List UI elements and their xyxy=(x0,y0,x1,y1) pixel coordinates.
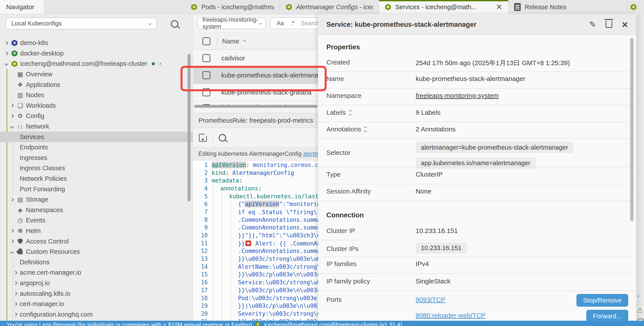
sidebar-item[interactable]: Endpoints xyxy=(0,142,193,153)
item-icon: ◈ xyxy=(15,206,25,214)
active-cluster-label: icecheng@mathmast.com@freeleaps-cluster … xyxy=(264,322,402,326)
kubeconfig-selector[interactable]: Local Kubeconfigs xyxy=(6,18,156,30)
warning-icon[interactable]: ⚠ xyxy=(636,306,643,314)
expand-collapse-icon[interactable] xyxy=(349,110,351,115)
sidebar-item[interactable]: Definitions xyxy=(0,257,193,268)
property-row-annotations: Annotations 2 Annotations xyxy=(326,126,628,133)
sidebar-item[interactable]: autoscaling.k8s.io xyxy=(0,288,193,299)
sidebar-item[interactable]: Services xyxy=(0,132,193,142)
namespace-selector[interactable]: freeleaps-monitoring-system xyxy=(198,17,266,29)
sidebar-item[interactable]: ◈ Namespaces xyxy=(0,205,193,216)
sidebar-item[interactable]: Network Policies xyxy=(0,174,193,184)
sidebar-item[interactable]: ▦ Overview xyxy=(0,69,193,80)
sidebar-item[interactable]: argoproj.io xyxy=(0,278,193,288)
tree-chevron-icon xyxy=(14,302,18,306)
port-link-9093[interactable]: 9093/TCP xyxy=(416,296,445,304)
divider xyxy=(318,167,636,167)
divider xyxy=(318,122,636,122)
horizontal-scrollbar[interactable] xyxy=(194,105,318,108)
tab-pods[interactable]: ☸ Pods - icecheng@mathmas... xyxy=(185,0,280,14)
property-row-labels: Labels 9 Labels xyxy=(326,109,628,116)
kubernetes-icon: ☸ xyxy=(255,322,260,326)
tree-chevron-icon xyxy=(10,104,14,108)
sidebar-item[interactable]: Port Forwarding xyxy=(0,184,193,194)
sidebar-item-demo-k8s[interactable]: ☸ demo-k8s xyxy=(0,38,193,48)
sidebar-item[interactable]: ↑↓ Network xyxy=(0,121,193,132)
chevron-left-icon[interactable] xyxy=(638,295,640,298)
item-icon: ↑↓ xyxy=(15,123,25,130)
delete-icon[interactable] xyxy=(606,21,612,28)
sidebar-item-docker-desktop[interactable]: ☸ docker-desktop xyxy=(0,48,193,59)
sidebar-item-label: argoproj.io xyxy=(20,280,50,287)
sidebar-item[interactable]: Ingresses xyxy=(0,153,193,163)
divider xyxy=(318,88,636,89)
navigator-sidebar: Local Kubeconfigs ☸ demo-k8s ☸ docker-de… xyxy=(0,14,193,326)
property-row-type: Type ClusterIP xyxy=(326,171,628,178)
regex-icon[interactable]: .* xyxy=(290,20,294,27)
item-icon: ▤ xyxy=(15,196,25,203)
kubernetes-icon: ☸ xyxy=(191,4,198,10)
sidebar-item[interactable]: ▥ Nodes xyxy=(0,90,193,100)
namespace-link[interactable]: freeleaps-monitoring-system xyxy=(416,92,498,100)
sidebar-item-label: docker-desktop xyxy=(20,50,64,57)
service-name: cadvisor xyxy=(221,55,245,62)
tab-label: Pods - icecheng@mathmas... xyxy=(201,4,274,11)
match-case-icon[interactable]: Aa xyxy=(276,20,284,27)
row-checkbox[interactable] xyxy=(202,54,210,62)
editing-text: Editing kubernetes AlertmanagerConfig xyxy=(198,150,303,157)
save-icon[interactable] xyxy=(199,134,207,142)
connected-status-dot xyxy=(152,62,155,66)
divider xyxy=(318,273,636,274)
divider xyxy=(212,132,213,144)
tree-chevron-icon xyxy=(14,281,18,285)
divider xyxy=(318,184,636,184)
property-row-ip-families: IP families IPv4 xyxy=(326,260,628,268)
stop-remove-button[interactable]: Stop/Remove xyxy=(576,294,628,307)
sort-ascending-icon[interactable] xyxy=(243,40,246,43)
status-bar: You're using Lens Personal (for individu… xyxy=(0,321,644,326)
sidebar-item[interactable]: ▤ Storage xyxy=(0,194,193,205)
tab-partial[interactable]: ☸ xyxy=(627,0,644,14)
sidebar-item[interactable]: ☸ Helm xyxy=(0,226,193,236)
sidebar-item[interactable]: Ingress Classes xyxy=(0,163,193,174)
column-header-name[interactable]: Name xyxy=(222,38,239,45)
tab-alertmanager-configs[interactable]: ☸ Alertmanager Configs - icec... xyxy=(280,0,379,14)
edit-icon[interactable]: ✎ xyxy=(590,20,596,29)
sidebar-item[interactable]: ⚙ Config xyxy=(0,111,193,121)
select-all-checkbox[interactable] xyxy=(202,37,210,45)
sidebar-item[interactable]: cert-manager.io xyxy=(0,299,193,309)
sidebar-item[interactable]: configuration.konghq.com xyxy=(0,309,193,320)
divider xyxy=(216,37,217,46)
kubernetes-icon: ☸ xyxy=(11,40,18,46)
drawer-header: Service: kube-prometheus-stack-alertmana… xyxy=(318,14,636,35)
sidebar-item[interactable]: acme.cert-manager.io xyxy=(0,268,193,278)
property-row-session-affinity: Session Affinity None xyxy=(326,188,628,195)
chevron-right-icon xyxy=(4,41,8,45)
cluster-tree: ☸ demo-k8s ☸ docker-desktop ☸ icecheng@m… xyxy=(0,38,193,326)
close-tab-icon[interactable]: ✕ xyxy=(496,3,502,11)
sidebar-item-label: Overview xyxy=(26,71,52,78)
tab-services-active[interactable]: ☸ Services - icecheng@math... ✕ xyxy=(379,0,508,14)
sidebar-item[interactable]: ❖ Applications xyxy=(0,80,193,90)
sidebar-item-label: cert-manager.io xyxy=(20,300,64,308)
sidebar-item-label: Nodes xyxy=(26,92,44,99)
tab-release-notes[interactable]: Release Notes xyxy=(508,0,587,14)
chevron-right-icon xyxy=(158,62,161,66)
resource-editor-title: PrometheusRule: freepeals-prod-metrics xyxy=(198,117,313,124)
sidebar-item-freeleaps-cluster[interactable]: ☸ icecheng@mathmast.com@freeleaps-cluste… xyxy=(0,58,193,69)
sidebar-item[interactable]: Access Control xyxy=(0,236,193,246)
sidebar-item[interactable]: ◷ Events xyxy=(0,215,193,226)
property-row-cluster-ips: Cluster IPs 10.233.16.151 xyxy=(326,242,628,252)
sidebar-item[interactable]: ❏ Workloads xyxy=(0,100,193,111)
sidebar-item-label: acme.cert-manager.io xyxy=(20,269,81,276)
drawer-body: Properties Created 254d 17h 50m ago (202… xyxy=(318,35,636,326)
divider xyxy=(318,105,636,105)
property-row-ip-family-policy: IP family policy SingleStack xyxy=(326,278,628,285)
sidebar-item[interactable]: Custom Resources xyxy=(0,246,193,257)
drawer-scrollbar[interactable] xyxy=(630,38,634,221)
search-icon[interactable] xyxy=(171,20,178,28)
close-icon[interactable]: × xyxy=(622,20,628,30)
expand-collapse-icon[interactable] xyxy=(364,127,366,132)
editor-search-icon[interactable] xyxy=(219,134,226,142)
port-link-8080[interactable]: 8080:reloader-web/TCP xyxy=(416,312,486,319)
